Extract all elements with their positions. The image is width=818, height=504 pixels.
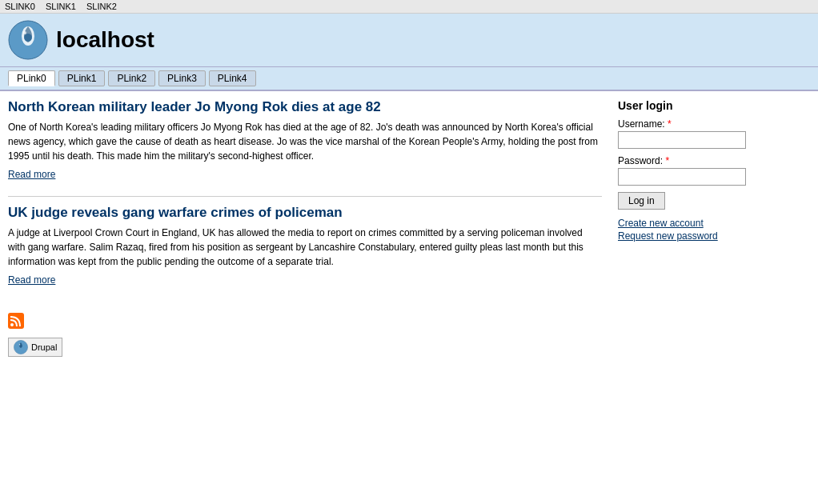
article-1: UK judge reveals gang warfare crimes of … bbox=[8, 205, 602, 286]
nav-link-0[interactable]: PLink0 bbox=[8, 70, 55, 86]
article-0: North Korean military leader Jo Myong Ro… bbox=[8, 99, 602, 180]
password-required: * bbox=[665, 155, 669, 166]
username-required: * bbox=[668, 118, 672, 130]
secondary-link-2[interactable]: SLINK2 bbox=[86, 2, 117, 11]
password-input[interactable] bbox=[618, 168, 746, 186]
site-logo bbox=[8, 20, 48, 60]
sidebar: User login Username: * Password: * Log i… bbox=[618, 99, 810, 357]
svg-point-5 bbox=[10, 323, 14, 326]
site-title: localhost bbox=[56, 27, 154, 53]
nav-link-1[interactable]: PLink1 bbox=[58, 70, 106, 86]
article-0-title: North Korean military leader Jo Myong Ro… bbox=[8, 99, 602, 115]
article-1-read-more[interactable]: Read more bbox=[8, 274, 55, 286]
create-account-link[interactable]: Create new account bbox=[618, 218, 810, 229]
login-title: User login bbox=[618, 99, 810, 112]
main-content: North Korean military leader Jo Myong Ro… bbox=[8, 99, 602, 357]
drupal-badge: Drupal bbox=[8, 338, 62, 357]
nav-link-4[interactable]: PLink4 bbox=[209, 70, 256, 86]
top-bar: SLINK0 SLINK1 SLINK2 bbox=[0, 0, 818, 14]
svg-point-7 bbox=[19, 344, 20, 345]
username-input[interactable] bbox=[618, 131, 746, 149]
nav-link-2[interactable]: PLink2 bbox=[108, 70, 155, 86]
article-0-body: One of North Korea's leading military of… bbox=[8, 120, 602, 163]
password-label: Password: * bbox=[618, 155, 810, 166]
login-box: User login Username: * Password: * Log i… bbox=[618, 99, 810, 242]
login-links: Create new account Request new password bbox=[618, 218, 810, 242]
login-button[interactable]: Log in bbox=[618, 192, 665, 210]
drupal-badge-text: Drupal bbox=[31, 342, 57, 352]
rss-container bbox=[8, 302, 602, 331]
rss-icon[interactable] bbox=[8, 313, 24, 329]
layout: North Korean military leader Jo Myong Ro… bbox=[0, 91, 818, 365]
secondary-link-0[interactable]: SLINK0 bbox=[5, 2, 35, 11]
secondary-link-1[interactable]: SLINK1 bbox=[46, 2, 76, 11]
primary-nav: PLink0 PLink1 PLink2 PLink3 PLink4 bbox=[0, 67, 818, 91]
drupal-badge-icon bbox=[14, 340, 28, 354]
article-divider bbox=[8, 196, 602, 197]
svg-point-3 bbox=[23, 31, 26, 34]
article-1-title: UK judge reveals gang warfare crimes of … bbox=[8, 205, 602, 221]
article-0-read-more[interactable]: Read more bbox=[8, 169, 55, 180]
drupal-powered: Drupal bbox=[8, 338, 602, 357]
username-label: Username: * bbox=[618, 118, 810, 130]
request-password-link[interactable]: Request new password bbox=[618, 230, 810, 242]
nav-link-3[interactable]: PLink3 bbox=[158, 70, 206, 86]
header: localhost bbox=[0, 14, 818, 67]
article-1-body: A judge at Liverpool Crown Court in Engl… bbox=[8, 226, 602, 269]
